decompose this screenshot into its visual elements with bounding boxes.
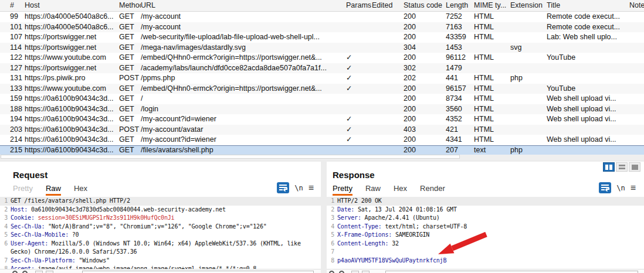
cell-ext [510, 104, 547, 115]
table-row-122[interactable]: 122https://www.youtube.comGET/embed/QHhn… [0, 53, 644, 63]
newline-toggle-icon[interactable]: \n [294, 184, 303, 192]
response-tab-hex[interactable]: Hex [394, 184, 407, 196]
scrollbar-thumb[interactable] [1, 155, 460, 159]
cell-num: 188 [0, 104, 25, 115]
cell-mime: HTML [474, 84, 510, 94]
request-search-bar[interactable] [0, 269, 321, 273]
layout-rows-button[interactable] [616, 162, 628, 172]
cell-params [345, 145, 372, 155]
cell-num: 101 [0, 22, 25, 33]
cell-note [629, 104, 644, 115]
cell-length: 441 [446, 73, 474, 84]
table-row-159[interactable]: 159https://0a6100b90434c3d...GET/2008734… [0, 94, 644, 104]
request-tab-raw[interactable]: Raw [46, 184, 61, 196]
cell-note [629, 135, 644, 145]
table-horizontal-scrollbar[interactable] [0, 155, 644, 160]
cell-edited [372, 32, 404, 43]
table-row-194[interactable]: 194https://0a6100b90434c3d...GET/my-acco… [0, 114, 644, 125]
request-tab-hex[interactable]: Hex [74, 184, 87, 196]
code-line: Gecko) Chrome/126.0.0.0 Safari/537.36 [0, 248, 321, 257]
cell-method: GET [119, 32, 141, 43]
column-header-params[interactable]: Params [345, 0, 372, 11]
single-pane-icon [632, 165, 638, 170]
layout-columns-button[interactable] [603, 162, 615, 172]
cell-note [629, 125, 644, 135]
search-icon[interactable] [329, 271, 334, 273]
cell-host: https://0a6100b90434c3d... [25, 125, 119, 135]
request-tabs: PrettyRawHex [13, 182, 321, 196]
column-header-note[interactable]: Note [629, 0, 644, 11]
column-header-edited[interactable]: Edited [372, 0, 404, 11]
search-next-button[interactable] [362, 271, 370, 273]
table-row-114[interactable]: 114https://portswigger.netGET/mega-nav/i… [0, 43, 644, 53]
cell-ext [510, 22, 547, 33]
search-icon[interactable] [12, 271, 18, 273]
cell-ext: php [510, 145, 547, 155]
table-row-101[interactable]: 101https://0a4000e5040a8c6...GET/my-acco… [0, 22, 644, 33]
response-tab-render[interactable]: Render [420, 184, 445, 196]
cell-method: POST [119, 73, 141, 84]
column-header-title[interactable]: Title [547, 0, 629, 11]
cell-edited [372, 73, 404, 84]
cell-params: ✓ [345, 53, 372, 63]
request-panel: Request PrettyRawHex \n ≡ 1GET /files/av… [0, 162, 321, 273]
word-wrap-toggle-icon[interactable] [599, 182, 611, 193]
table-row-214[interactable]: 214https://0a6100b90434c3d...GET/my-acco… [0, 135, 644, 145]
search-input[interactable] [82, 271, 314, 273]
column-header-ext[interactable]: Extension [510, 0, 547, 11]
cell-num: 127 [0, 63, 25, 74]
search-prev-button[interactable] [351, 271, 359, 273]
cell-ext [510, 84, 547, 94]
cell-host: https://0a4000e5040a8c6... [25, 12, 119, 22]
column-header-status[interactable]: Status code [404, 0, 446, 11]
cell-url: /embed/QHhn0-ermck?origin=https://portsw… [141, 84, 345, 94]
cell-mime: HTML [474, 94, 510, 104]
cell-length: 207 [446, 145, 474, 155]
table-row-127[interactable]: 127https://portswigger.netGET/academy/la… [0, 63, 644, 74]
layout-single-button[interactable] [629, 162, 640, 172]
cell-edited [372, 84, 404, 94]
search-input[interactable] [385, 271, 638, 273]
response-tab-pretty[interactable]: Pretty [333, 184, 352, 196]
table-row-133[interactable]: 133https://www.youtube.comGET/embed/QHhn… [0, 84, 644, 94]
cell-params: ✓ [345, 135, 372, 145]
column-header-num[interactable]: # [0, 0, 25, 11]
cell-method: GET [119, 84, 141, 94]
column-header-length[interactable]: Length [446, 0, 474, 11]
cell-status: 200 [404, 84, 446, 94]
cell-length: 421 [446, 125, 474, 135]
table-row-203[interactable]: 203https://0a6100b90434c3d...POST/my-acc… [0, 125, 644, 135]
cell-mime: HTML [474, 22, 510, 33]
cell-length: 43359 [446, 32, 474, 43]
search-settings-icon[interactable] [22, 271, 28, 273]
table-row-99[interactable]: 99https://0a4000e5040a8c6...GET/my-accou… [0, 12, 644, 22]
cell-num: 214 [0, 135, 25, 145]
request-tab-pretty[interactable]: Pretty [13, 184, 33, 196]
newline-toggle-icon[interactable]: \n [616, 184, 625, 192]
search-prev-button[interactable] [35, 271, 43, 273]
editor-menu-icon[interactable]: ≡ [631, 184, 636, 192]
response-tab-raw[interactable]: Raw [365, 184, 381, 196]
table-row-215[interactable]: 215https://0a6100b90434c3d...GET/files/a… [0, 145, 644, 155]
code-line: 5Sec-Ch-Ua-Mobile: ?0 [0, 231, 321, 240]
search-settings-icon[interactable] [339, 271, 344, 273]
column-header-mime[interactable]: MIME ty... [474, 0, 510, 11]
cell-ext [510, 125, 547, 135]
column-header-host[interactable]: Host [25, 0, 119, 11]
cell-method: GET [119, 135, 141, 145]
word-wrap-toggle-icon[interactable] [277, 182, 289, 193]
cell-url: /mega-nav/images/dastardly.svg [141, 43, 345, 53]
request-raw[interactable]: 1GET /files/avatars/shell.php HTTP/22Hos… [0, 197, 321, 273]
cell-method: GET [119, 12, 141, 22]
table-row-131[interactable]: 131https://ps.piwik.proPOST/ppms.php✓202… [0, 73, 644, 84]
search-next-button[interactable] [46, 271, 53, 273]
column-header-url[interactable]: URL [141, 0, 345, 11]
response-search-bar[interactable] [327, 269, 644, 273]
column-header-method[interactable]: Method [119, 0, 141, 11]
cell-title [547, 63, 629, 74]
columns-icon [605, 165, 608, 170]
table-row-188[interactable]: 188https://0a6100b90434c3d...GET/login20… [0, 104, 644, 115]
editor-menu-icon[interactable]: ≡ [309, 184, 314, 192]
table-row-107[interactable]: 107https://portswigger.netGET/web-securi… [0, 32, 644, 43]
cell-num: 99 [0, 12, 25, 22]
